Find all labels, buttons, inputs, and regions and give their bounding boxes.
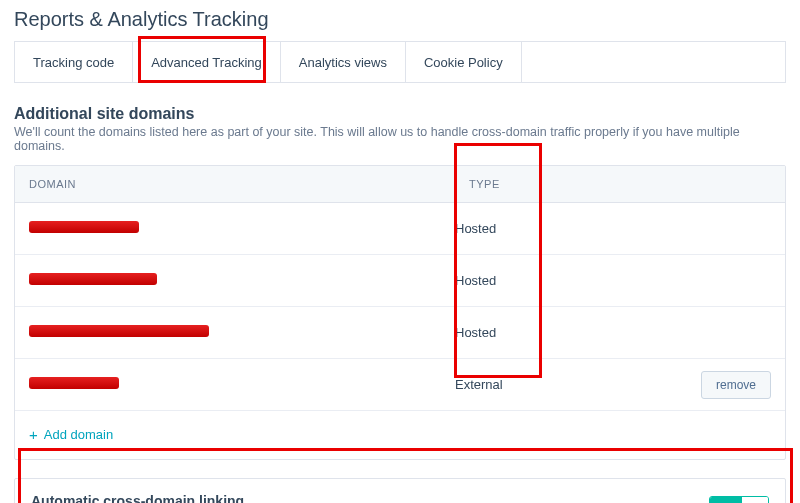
add-domain-link[interactable]: + Add domain [29, 427, 113, 442]
domains-table: DOMAIN TYPE Hosted Hosted Hosted Externa… [14, 165, 786, 460]
add-domain-label: Add domain [44, 427, 113, 442]
type-cell: Hosted [455, 273, 655, 288]
type-cell: Hosted [455, 325, 655, 340]
th-type: TYPE [455, 166, 655, 202]
type-cell: Hosted [455, 221, 655, 236]
tab-advanced-tracking[interactable]: Advanced Tracking [133, 42, 281, 82]
domain-redacted [29, 273, 157, 285]
domain-redacted [29, 325, 209, 337]
domain-redacted [29, 377, 119, 389]
table-row: Hosted [15, 203, 785, 255]
tabnav: Tracking code Advanced Tracking Analytic… [14, 41, 786, 83]
plus-icon: + [29, 427, 38, 442]
table-row: Hosted [15, 307, 785, 359]
table-row: External remove [15, 359, 785, 411]
section-desc: We'll count the domains listed here as p… [14, 125, 786, 153]
type-cell: External [455, 377, 655, 392]
tab-tracking-code[interactable]: Tracking code [15, 42, 133, 82]
toggle-state-label: ON [710, 497, 743, 503]
table-row: Hosted [15, 255, 785, 307]
cross-domain-toggle[interactable]: ON [709, 496, 770, 503]
th-domain: DOMAIN [15, 166, 455, 202]
domain-redacted [29, 221, 139, 233]
remove-button[interactable]: remove [701, 371, 771, 399]
tab-analytics-views[interactable]: Analytics views [281, 42, 406, 82]
cross-domain-panel: Automatic cross-domain linking Modify li… [14, 478, 786, 503]
page-title: Reports & Analytics Tracking [14, 8, 786, 31]
tab-cookie-policy[interactable]: Cookie Policy [406, 42, 522, 82]
panel-title: Automatic cross-domain linking [31, 493, 709, 503]
section-title: Additional site domains [14, 105, 786, 123]
check-icon [742, 497, 768, 503]
